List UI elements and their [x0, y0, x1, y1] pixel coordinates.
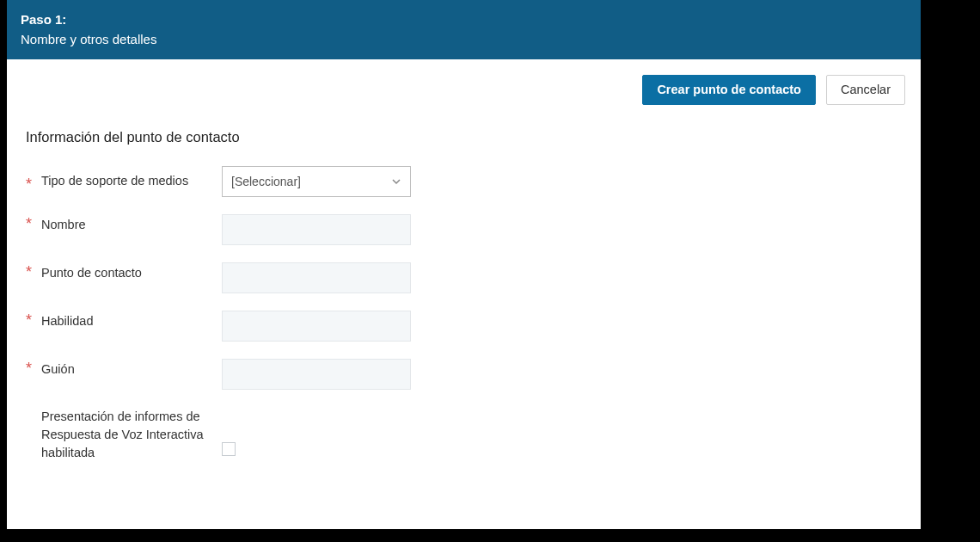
name-input[interactable] — [222, 214, 411, 245]
name-label: Nombre — [41, 216, 86, 234]
required-marker: * — [26, 214, 41, 234]
required-marker: * — [26, 262, 41, 282]
required-marker: * — [26, 311, 41, 330]
skill-label: Habilidad — [41, 312, 93, 330]
section-title: Información del punto de contacto — [26, 129, 902, 145]
form-section: Información del punto de contacto * Tipo… — [7, 105, 921, 479]
field-ivr-reporting: Presentación de informes de Respuesta de… — [26, 407, 902, 462]
contact-point-label: Punto de contacto — [41, 264, 142, 282]
script-label: Guión — [41, 360, 75, 379]
required-marker: * — [26, 166, 41, 194]
ivr-reporting-checkbox[interactable] — [222, 442, 236, 456]
required-marker: * — [26, 359, 41, 379]
field-skill: * Habilidad — [26, 311, 902, 342]
media-type-placeholder: [Seleccionar] — [231, 175, 301, 188]
field-contact-point: * Punto de contacto — [26, 262, 902, 293]
field-script: * Guión — [26, 359, 902, 390]
create-contact-point-button[interactable]: Crear punto de contacto — [642, 75, 816, 105]
script-input[interactable] — [222, 359, 411, 390]
actions-bar: Crear punto de contacto Cancelar — [7, 59, 921, 105]
cancel-button[interactable]: Cancelar — [826, 75, 905, 105]
chevron-down-icon — [391, 176, 401, 187]
step-number: Paso 1: — [21, 10, 907, 30]
ivr-reporting-label: Presentación de informes de Respuesta de… — [41, 407, 222, 462]
media-type-label: Tipo de soporte de medios — [41, 171, 188, 190]
step-subtitle: Nombre y otros detalles — [21, 30, 907, 50]
step-header: Paso 1: Nombre y otros detalles — [7, 0, 921, 59]
skill-input[interactable] — [222, 311, 411, 342]
field-media-type: * Tipo de soporte de medios [Seleccionar… — [26, 166, 902, 197]
contact-point-input[interactable] — [222, 262, 411, 293]
media-type-select[interactable]: [Seleccionar] — [222, 166, 411, 197]
field-name: * Nombre — [26, 214, 902, 245]
